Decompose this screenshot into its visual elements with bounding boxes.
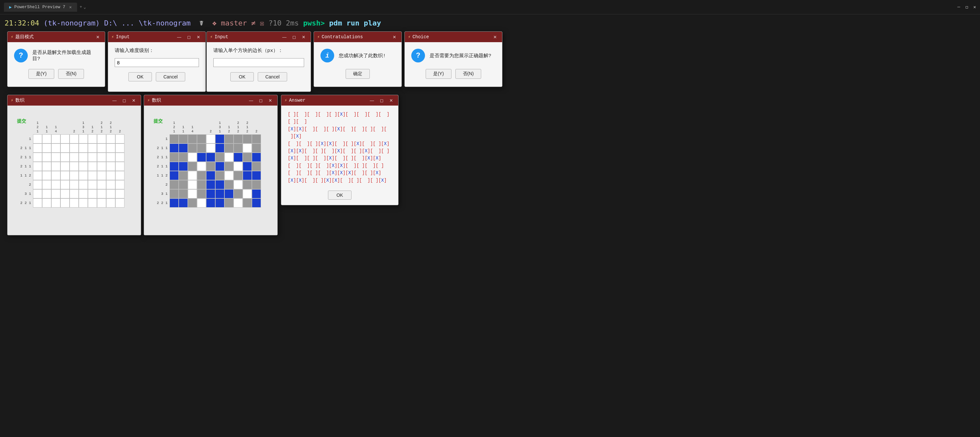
dialog-choice-close[interactable]: ✕ bbox=[491, 34, 499, 40]
cell-0-6[interactable] bbox=[88, 134, 97, 144]
r-cell-1-8[interactable] bbox=[243, 144, 252, 153]
maximize-btn[interactable]: ◻ bbox=[965, 4, 968, 10]
r-cell-6-2[interactable] bbox=[188, 189, 197, 198]
r-cell-2-8[interactable] bbox=[243, 153, 252, 162]
r-cell-3-6[interactable] bbox=[224, 162, 234, 171]
cell-2-4[interactable] bbox=[70, 153, 79, 162]
r-cell-5-0[interactable] bbox=[170, 180, 179, 189]
cell-3-0[interactable] bbox=[33, 162, 42, 171]
nonogram-right-submit[interactable]: 提交 bbox=[146, 117, 170, 126]
r-cell-4-4[interactable] bbox=[206, 171, 215, 180]
cell-7-7[interactable] bbox=[97, 198, 106, 207]
r-cell-2-1[interactable] bbox=[179, 153, 188, 162]
cell-0-8[interactable] bbox=[106, 134, 115, 144]
nonogram-right-minimize[interactable]: — bbox=[247, 97, 255, 104]
cell-7-5[interactable] bbox=[79, 198, 88, 207]
r-cell-7-1[interactable] bbox=[179, 198, 188, 207]
r-cell-3-0[interactable] bbox=[170, 162, 179, 171]
cell-7-3[interactable] bbox=[60, 198, 70, 207]
answer-maximize[interactable]: ◻ bbox=[378, 97, 385, 104]
nonogram-right-close[interactable]: ✕ bbox=[267, 97, 274, 104]
cell-5-8[interactable] bbox=[106, 180, 115, 189]
cell-5-6[interactable] bbox=[88, 180, 97, 189]
r-cell-3-7[interactable] bbox=[234, 162, 243, 171]
r-cell-2-6[interactable] bbox=[224, 153, 234, 162]
r-cell-2-7[interactable] bbox=[234, 153, 243, 162]
r-cell-6-6[interactable] bbox=[224, 189, 234, 198]
cell-1-8[interactable] bbox=[106, 144, 115, 153]
terminal-tab[interactable]: ▶ PowerShell Preview 7 ✕ bbox=[4, 3, 77, 12]
r-cell-5-1[interactable] bbox=[179, 180, 188, 189]
r-cell-2-0[interactable] bbox=[170, 153, 179, 162]
answer-close[interactable]: ✕ bbox=[387, 97, 395, 104]
r-cell-6-1[interactable] bbox=[179, 189, 188, 198]
cell-5-0[interactable] bbox=[33, 180, 42, 189]
nonogram-left-minimize[interactable]: — bbox=[110, 97, 119, 104]
cell-6-1[interactable] bbox=[42, 189, 51, 198]
cell-0-1[interactable] bbox=[42, 134, 51, 144]
cell-0-2[interactable] bbox=[51, 134, 60, 144]
r-cell-1-7[interactable] bbox=[234, 144, 243, 153]
cell-3-6[interactable] bbox=[88, 162, 97, 171]
cell-1-2[interactable] bbox=[51, 144, 60, 153]
r-cell-2-5[interactable] bbox=[215, 153, 224, 162]
r-cell-0-8[interactable] bbox=[243, 134, 252, 144]
r-cell-1-3[interactable] bbox=[197, 144, 206, 153]
cell-3-4[interactable] bbox=[70, 162, 79, 171]
r-cell-5-9[interactable] bbox=[252, 180, 261, 189]
nonogram-left-maximize[interactable]: ◻ bbox=[121, 97, 128, 104]
cell-2-0[interactable] bbox=[33, 153, 42, 162]
r-cell-5-6[interactable] bbox=[224, 180, 234, 189]
cell-6-4[interactable] bbox=[70, 189, 79, 198]
cell-5-5[interactable] bbox=[79, 180, 88, 189]
cell-0-0[interactable] bbox=[33, 134, 42, 144]
r-cell-2-3[interactable] bbox=[197, 153, 206, 162]
cell-2-5[interactable] bbox=[79, 153, 88, 162]
cell-5-1[interactable] bbox=[42, 180, 51, 189]
r-cell-1-9[interactable] bbox=[252, 144, 261, 153]
btn-yes[interactable]: 是(Y) bbox=[29, 69, 54, 79]
cell-7-1[interactable] bbox=[42, 198, 51, 207]
cell-6-7[interactable] bbox=[97, 189, 106, 198]
cell-1-0[interactable] bbox=[33, 144, 42, 153]
cell-3-9[interactable] bbox=[115, 162, 124, 171]
r-cell-1-2[interactable] bbox=[188, 144, 197, 153]
cell-3-2[interactable] bbox=[51, 162, 60, 171]
r-cell-6-0[interactable] bbox=[170, 189, 179, 198]
cell-1-7[interactable] bbox=[97, 144, 106, 153]
cell-0-4[interactable] bbox=[70, 134, 79, 144]
cell-3-5[interactable] bbox=[79, 162, 88, 171]
r-cell-4-5[interactable] bbox=[215, 171, 224, 180]
choice-btn-yes[interactable]: 是(Y) bbox=[426, 69, 452, 79]
r-cell-0-2[interactable] bbox=[188, 134, 197, 144]
r-cell-0-7[interactable] bbox=[234, 134, 243, 144]
terminal-tab-close[interactable]: ✕ bbox=[69, 5, 72, 10]
r-cell-3-4[interactable] bbox=[206, 162, 215, 171]
r-cell-6-8[interactable] bbox=[243, 189, 252, 198]
cell-1-4[interactable] bbox=[70, 144, 79, 153]
dialog-input2-minimize[interactable]: — bbox=[280, 34, 288, 40]
r-cell-0-9[interactable] bbox=[252, 134, 261, 144]
cell-4-0[interactable] bbox=[33, 171, 42, 180]
cell-4-8[interactable] bbox=[106, 171, 115, 180]
r-cell-7-0[interactable] bbox=[170, 198, 179, 207]
answer-minimize[interactable]: — bbox=[368, 97, 376, 104]
input2-btn-ok[interactable]: OK bbox=[230, 72, 254, 81]
cell-6-5[interactable] bbox=[79, 189, 88, 198]
cell-5-4[interactable] bbox=[70, 180, 79, 189]
r-cell-4-9[interactable] bbox=[252, 171, 261, 180]
cell-6-8[interactable] bbox=[106, 189, 115, 198]
r-cell-6-5[interactable] bbox=[215, 189, 224, 198]
r-cell-7-9[interactable] bbox=[252, 198, 261, 207]
r-cell-7-4[interactable] bbox=[206, 198, 215, 207]
cell-7-6[interactable] bbox=[88, 198, 97, 207]
cell-0-5[interactable] bbox=[79, 134, 88, 144]
cell-7-8[interactable] bbox=[106, 198, 115, 207]
r-cell-5-2[interactable] bbox=[188, 180, 197, 189]
cell-7-4[interactable] bbox=[70, 198, 79, 207]
tab-chevron[interactable]: ⌄ bbox=[84, 5, 86, 10]
new-tab-btn[interactable]: + bbox=[80, 5, 82, 10]
r-cell-0-3[interactable] bbox=[197, 134, 206, 144]
cell-5-7[interactable] bbox=[97, 180, 106, 189]
cell-4-1[interactable] bbox=[42, 171, 51, 180]
